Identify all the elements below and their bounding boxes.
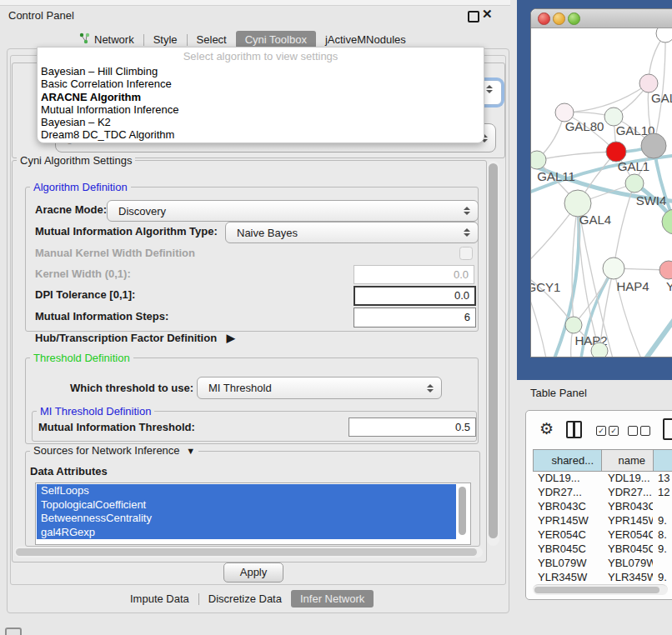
table-cell[interactable]: YBL079W bbox=[533, 556, 601, 570]
mi-threshold-input[interactable]: 0.5 bbox=[349, 418, 476, 437]
network-node[interactable] bbox=[641, 133, 666, 158]
table-cell[interactable]: YBR045C bbox=[533, 542, 601, 556]
tab-select[interactable]: Select bbox=[188, 31, 236, 48]
network-node[interactable] bbox=[603, 258, 624, 279]
tab-cyni-toolbox[interactable]: Cyni Toolbox bbox=[236, 31, 316, 48]
column-header-partial[interactable] bbox=[654, 450, 672, 471]
settings-vscrollbar[interactable] bbox=[487, 161, 499, 546]
kernel-width-input[interactable]: 0.0 bbox=[354, 265, 474, 284]
table-hscrollbar-thumb[interactable] bbox=[534, 587, 659, 593]
expanded-arrow-icon: ▼ bbox=[186, 446, 195, 456]
attribute-item[interactable]: BetweennessCentrality bbox=[37, 512, 456, 526]
close-icon[interactable]: ✕ bbox=[482, 7, 493, 22]
column-header-name[interactable]: name bbox=[602, 450, 654, 471]
table-window: ⚙ ✓✓ shared... name YDL19...YDL19...13YD… bbox=[525, 410, 672, 600]
gear-icon[interactable]: ⚙ bbox=[539, 419, 554, 438]
algorithm-option-selected[interactable]: ARACNE Algorithm bbox=[38, 91, 484, 103]
table-cell[interactable]: YBL079W bbox=[601, 556, 653, 570]
tab-jactivemnodules[interactable]: jActiveMNodules bbox=[316, 31, 415, 48]
table-cell[interactable]: 12 bbox=[653, 485, 672, 499]
table-row[interactable]: YDL19...YDL19...13 bbox=[533, 471, 672, 485]
table-hscrollbar[interactable] bbox=[533, 584, 668, 595]
network-node-label: GAL4 bbox=[579, 212, 611, 227]
table-row[interactable]: YBL079WYBL079W bbox=[533, 556, 672, 570]
table-cell[interactable]: 13 bbox=[653, 471, 672, 485]
table-row[interactable]: YBR043CYBR043C bbox=[533, 499, 672, 513]
table-cell[interactable]: YLR345W bbox=[533, 570, 601, 584]
float-icon[interactable] bbox=[468, 11, 479, 22]
table-cell[interactable] bbox=[653, 556, 672, 570]
table-cell[interactable]: YER054C bbox=[601, 528, 653, 542]
algorithm-option[interactable]: Mutual Information Inference bbox=[38, 103, 484, 116]
list-scrollbar-thumb[interactable] bbox=[459, 487, 466, 535]
table-cell[interactable]: 9. bbox=[653, 570, 672, 584]
tab-infer-network[interactable]: Infer Network bbox=[291, 590, 374, 608]
table-header: shared... name bbox=[533, 449, 672, 472]
split-columns-icon[interactable] bbox=[566, 421, 582, 438]
network-edge bbox=[531, 271, 574, 325]
table-row[interactable]: YLR345WYLR345W9. bbox=[533, 570, 672, 584]
network-node[interactable] bbox=[662, 209, 672, 234]
export-table-icon[interactable] bbox=[663, 418, 672, 440]
network-node[interactable] bbox=[659, 261, 672, 279]
table-cell[interactable]: YER054C bbox=[533, 528, 601, 542]
settings-hscrollbar[interactable] bbox=[14, 547, 483, 558]
table-cell[interactable]: YDL19... bbox=[601, 471, 653, 485]
network-node[interactable] bbox=[591, 342, 608, 357]
apply-button[interactable]: Apply bbox=[223, 562, 283, 582]
minimized-panel-icon[interactable] bbox=[5, 628, 22, 635]
table-cell[interactable]: 9. bbox=[653, 542, 672, 556]
hub-definition-expander[interactable]: Hub/Transcription Factor Definition ▶ bbox=[35, 331, 235, 346]
table-cell[interactable]: YPR145W bbox=[601, 513, 653, 528]
table-cell[interactable]: YBR043C bbox=[601, 499, 653, 513]
close-traffic-light[interactable] bbox=[538, 12, 550, 25]
network-window-titlebar[interactable] bbox=[531, 9, 672, 28]
algorithm-option[interactable]: Bayesian – Hill Climbing bbox=[38, 65, 484, 78]
table-cell[interactable]: YPR145W bbox=[533, 513, 601, 528]
attribute-item[interactable]: SelfLoops bbox=[37, 484, 456, 498]
network-node[interactable] bbox=[565, 317, 582, 333]
zoom-traffic-light[interactable] bbox=[568, 12, 580, 25]
table-row[interactable]: YPR145WYPR145W9. bbox=[533, 513, 672, 528]
table-cell[interactable]: YDR27... bbox=[533, 485, 601, 499]
algorithm-option[interactable]: Bayesian – K2 bbox=[38, 116, 484, 128]
attribute-item[interactable]: gal4RGexp bbox=[37, 526, 456, 540]
mi-steps-input[interactable]: 6 bbox=[354, 308, 476, 328]
table-cell[interactable]: YBR045C bbox=[601, 542, 653, 556]
table-cell[interactable]: YDR27... bbox=[601, 485, 653, 499]
table-row[interactable]: YDR27...YDR27...12 bbox=[533, 485, 672, 499]
sources-expander[interactable]: Sources for Network Inference ▼ bbox=[30, 444, 198, 457]
network-svg[interactable]: GALGAL80GAL10GAL1GAL11SWI4GAL4GCY1HAP4YH… bbox=[531, 28, 672, 357]
network-node[interactable] bbox=[656, 28, 672, 42]
aracne-mode-combo[interactable]: Discovery bbox=[107, 200, 479, 222]
which-threshold-combo[interactable]: MI Threshold bbox=[197, 377, 442, 399]
collapsed-arrow-icon: ▶ bbox=[227, 332, 235, 344]
table-cell[interactable]: YBR043C bbox=[533, 499, 601, 513]
network-node[interactable] bbox=[625, 174, 644, 192]
dpi-tolerance-input[interactable]: 0.0 bbox=[354, 286, 476, 306]
table-cell[interactable] bbox=[653, 499, 672, 513]
attribute-item[interactable]: TopologicalCoefficient bbox=[37, 498, 456, 512]
table-cell[interactable]: YDL19... bbox=[533, 471, 601, 485]
table-row[interactable]: YBR045CYBR045C9. bbox=[533, 542, 672, 556]
network-node[interactable] bbox=[639, 74, 658, 92]
manual-kernel-checkbox[interactable] bbox=[459, 247, 473, 260]
algorithm-option[interactable]: Basic Correlation Inference bbox=[38, 78, 484, 90]
settings-hscrollbar-thumb[interactable] bbox=[16, 548, 477, 556]
show-columns-icon[interactable]: ✓✓ bbox=[596, 426, 621, 438]
table-cell[interactable]: 9. bbox=[653, 513, 672, 528]
table-row[interactable]: YER054CYER054C8. bbox=[533, 528, 672, 542]
mi-type-combo[interactable]: Naive Bayes bbox=[225, 222, 479, 243]
minimize-traffic-light[interactable] bbox=[553, 12, 565, 25]
network-node[interactable] bbox=[531, 151, 546, 169]
tab-style[interactable]: Style bbox=[144, 31, 187, 48]
hide-columns-icon[interactable] bbox=[628, 426, 653, 438]
algorithm-option[interactable]: Dream8 DC_TDC Algorithm bbox=[38, 128, 484, 141]
tab-impute-data[interactable]: Impute Data bbox=[121, 590, 198, 608]
tab-discretize-data[interactable]: Discretize Data bbox=[199, 590, 291, 608]
table-cell[interactable]: YLR345W bbox=[601, 570, 653, 584]
mi-type-label: Mutual Information Algorithm Type: bbox=[35, 223, 218, 240]
table-cell[interactable]: 8. bbox=[653, 528, 672, 542]
settings-vscrollbar-thumb[interactable] bbox=[489, 163, 498, 538]
column-header-shared[interactable]: shared... bbox=[534, 450, 602, 471]
